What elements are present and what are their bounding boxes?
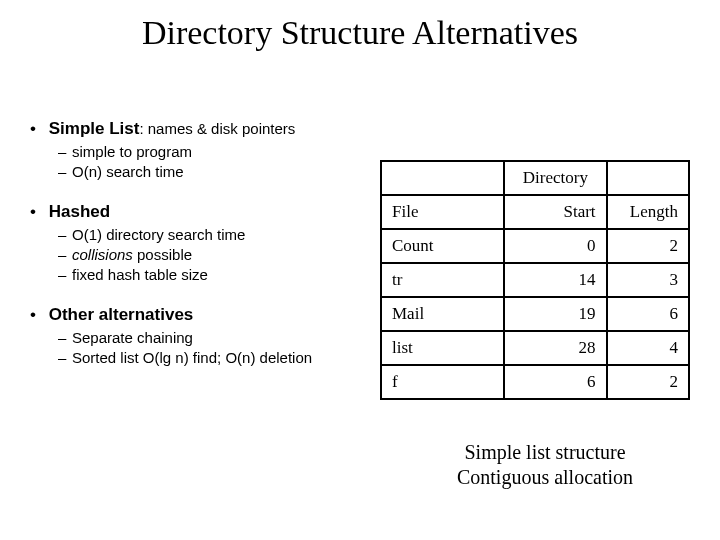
dash-marker: – (58, 349, 72, 366)
table-row: Mail 19 6 (381, 297, 689, 331)
sub-text: O(1) directory search time (72, 226, 245, 243)
table-row: f 6 2 (381, 365, 689, 399)
cell-file: tr (381, 263, 504, 297)
cell-file: f (381, 365, 504, 399)
cell-file: list (381, 331, 504, 365)
bullet-list: • Simple List: names & disk pointers –si… (30, 119, 385, 366)
caption-line1: Simple list structure (464, 441, 625, 463)
sub-bullet: –simple to program (58, 143, 385, 160)
dash-marker: – (58, 226, 72, 243)
cell-length: 2 (607, 365, 689, 399)
dash-marker: – (58, 266, 72, 283)
sub-text: O(n) search time (72, 163, 184, 180)
table-title-blank-right (607, 161, 689, 195)
sub-text: fixed hash table size (72, 266, 208, 283)
sub-bullet: –O(n) search time (58, 163, 385, 180)
sub-text: Separate chaining (72, 329, 193, 346)
slide-title: Directory Structure Alternatives (0, 0, 720, 52)
cell-start: 28 (504, 331, 606, 365)
cell-file: Mail (381, 297, 504, 331)
dash-marker: – (58, 246, 72, 263)
sub-text: Sorted list O(lg n) find; O(n) deletion (72, 349, 312, 366)
cell-length: 4 (607, 331, 689, 365)
col-file-header: File (381, 195, 504, 229)
table-title-blank-left (381, 161, 504, 195)
bullet-label: Simple List (49, 119, 140, 138)
dash-marker: – (58, 163, 72, 180)
sub-text-italic: collisions (72, 246, 133, 263)
col-length-header: Length (607, 195, 689, 229)
table-caption: Simple list structure Contiguous allocat… (400, 440, 690, 490)
bullet-hashed: • Hashed (30, 202, 385, 222)
sub-bullet: –collisions possible (58, 246, 385, 263)
table-title-label: Directory (504, 161, 606, 195)
sub-bullet: –Sorted list O(lg n) find; O(n) deletion (58, 349, 385, 366)
sub-text: simple to program (72, 143, 192, 160)
bullet-marker: • (30, 202, 44, 222)
cell-start: 6 (504, 365, 606, 399)
cell-start: 19 (504, 297, 606, 331)
table-row: tr 14 3 (381, 263, 689, 297)
dash-marker: – (58, 143, 72, 160)
dash-marker: – (58, 329, 72, 346)
sub-bullet: –fixed hash table size (58, 266, 385, 283)
directory-table: Directory File Start Length Count 0 2 tr… (380, 160, 690, 400)
sub-bullet: –Separate chaining (58, 329, 385, 346)
cell-length: 6 (607, 297, 689, 331)
bullet-simple-list: • Simple List: names & disk pointers (30, 119, 385, 139)
slide: Directory Structure Alternatives • Simpl… (0, 0, 720, 540)
bullet-label: Other alternatives (49, 305, 194, 324)
table-row: Count 0 2 (381, 229, 689, 263)
cell-length: 2 (607, 229, 689, 263)
bullet-marker: • (30, 305, 44, 325)
table-header-row: File Start Length (381, 195, 689, 229)
cell-start: 0 (504, 229, 606, 263)
cell-file: Count (381, 229, 504, 263)
bullet-other: • Other alternatives (30, 305, 385, 325)
sub-bullet: –O(1) directory search time (58, 226, 385, 243)
col-start-header: Start (504, 195, 606, 229)
directory-table-wrap: Directory File Start Length Count 0 2 tr… (380, 160, 690, 400)
bullet-suffix: : names & disk pointers (139, 120, 295, 137)
bullet-label: Hashed (49, 202, 110, 221)
sub-text: possible (133, 246, 192, 263)
cell-start: 14 (504, 263, 606, 297)
caption-line2: Contiguous allocation (457, 466, 633, 488)
cell-length: 3 (607, 263, 689, 297)
table-title-row: Directory (381, 161, 689, 195)
table-row: list 28 4 (381, 331, 689, 365)
bullet-marker: • (30, 119, 44, 139)
